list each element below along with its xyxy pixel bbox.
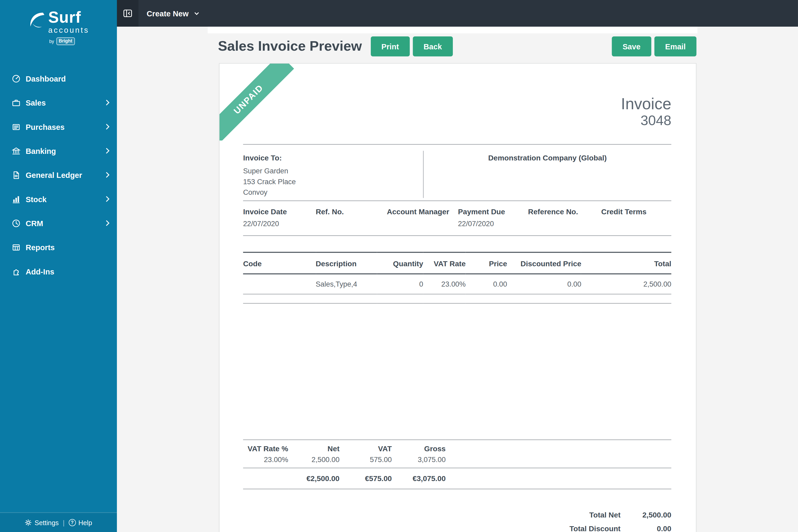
settings-link[interactable]: Settings [25, 519, 59, 527]
item-discounted-price-cell: 0.00 [507, 274, 581, 294]
col-header-code: Code [243, 252, 316, 274]
vat-col-net: Net [288, 440, 339, 454]
payment-due-value: 22/07/2020 [458, 220, 528, 228]
create-new-menu[interactable]: Create New [147, 9, 200, 18]
sidebar-item-add-ins[interactable]: Add-Ins [0, 260, 117, 283]
vat-totals-gross-cell: €3,075.00 [392, 468, 446, 489]
col-header-quantity: Quantity [377, 252, 423, 274]
credit-terms-value [601, 220, 671, 228]
divider [243, 144, 671, 145]
vat-col-filler [446, 440, 671, 454]
bright-brand-badge: Bright [56, 37, 75, 45]
invoice-items-table: Code Description Quantity VAT Rate Price… [243, 252, 671, 303]
company-name: Demonstration Company (Global) [423, 151, 671, 198]
chevron-right-icon [104, 195, 112, 203]
meta-header-row: Invoice Date Ref. No. Account Manager Pa… [243, 208, 671, 216]
reports-icon [11, 243, 21, 252]
chevron-right-icon [104, 219, 112, 227]
add-ins-icon [11, 267, 21, 276]
help-icon: ? [69, 519, 76, 526]
total-net-row: Total Net 2,500.00 [569, 511, 671, 525]
items-header-row: Code Description Quantity VAT Rate Price… [243, 252, 671, 274]
sidebar: Surf accounts by Bright Dashboard Sales [0, 0, 117, 532]
col-header-price: Price [466, 252, 507, 274]
purchases-icon [11, 122, 21, 132]
invoice-totals: Total Net 2,500.00 Total Discount 0.00 [569, 511, 671, 532]
sidebar-item-label: Add-Ins [25, 267, 54, 276]
vat-totals-rate-cell [243, 468, 288, 489]
meta-header: Reference No. [528, 208, 601, 216]
sidebar-item-general-ledger[interactable]: General Ledger [0, 163, 117, 187]
item-description-cell: Sales,Type,4 [316, 274, 377, 294]
sidebar-item-sales[interactable]: Sales [0, 91, 117, 115]
footer-divider: | [63, 519, 65, 527]
divider [243, 235, 671, 236]
sidebar-item-label: General Ledger [25, 171, 82, 179]
col-header-total: Total [581, 252, 671, 274]
general-ledger-icon [11, 170, 21, 180]
vat-col-vat: VAT [340, 440, 392, 454]
invoice-to-line: Convoy [243, 187, 423, 198]
gear-icon [25, 519, 32, 526]
item-quantity-cell: 0 [377, 274, 423, 294]
create-new-label: Create New [147, 9, 189, 18]
vat-rate-cell: 23.00% [243, 454, 288, 468]
sidebar-item-label: Banking [25, 147, 56, 155]
vat-col-rate: VAT Rate % [243, 440, 288, 454]
help-label: Help [78, 519, 92, 527]
email-button[interactable]: Email [654, 36, 697, 56]
sidebar-item-reports[interactable]: Reports [0, 235, 117, 260]
help-link[interactable]: ? Help [69, 519, 92, 527]
settings-label: Settings [35, 519, 59, 527]
surf-wave-icon [28, 10, 46, 31]
total-discount-row: Total Discount 0.00 [569, 525, 671, 532]
chevron-down-icon [193, 10, 200, 17]
sidebar-item-banking[interactable]: Banking [0, 139, 117, 163]
sidebar-item-label: Sales [25, 98, 46, 107]
print-button[interactable]: Print [370, 36, 410, 56]
invoice-doc-title: Invoice [621, 95, 671, 113]
unpaid-ribbon: UNPAID [220, 63, 294, 141]
item-code-cell [243, 274, 316, 294]
sidebar-item-label: CRM [25, 219, 43, 228]
meta-header: Invoice Date [243, 208, 316, 216]
panel-top-strip [208, 27, 698, 33]
sidebar-nav: Dashboard Sales Purchases Ban [0, 67, 117, 284]
sidebar-item-stock[interactable]: Stock [0, 187, 117, 211]
vat-totals-vat-cell: €575.00 [340, 468, 392, 489]
vat-totals-row: €2,500.00 €575.00 €3,075.00 [243, 468, 671, 489]
logo-byline: by Bright [49, 37, 90, 45]
logo-by-text: by [49, 39, 54, 44]
banking-icon [11, 147, 21, 156]
total-net-label: Total Net [589, 511, 621, 519]
vat-col-gross: Gross [392, 440, 446, 454]
vat-vat-cell: 575.00 [340, 454, 392, 468]
logo-title: Surf [48, 9, 90, 25]
meta-header: Credit Terms [601, 208, 671, 216]
sidebar-collapse-button[interactable] [117, 0, 138, 27]
sidebar-item-label: Stock [25, 195, 46, 204]
save-button[interactable]: Save [612, 36, 651, 56]
chevron-right-icon [104, 171, 112, 179]
sidebar-item-label: Dashboard [25, 74, 66, 83]
col-header-discounted-price: Discounted Price [507, 252, 581, 274]
back-button[interactable]: Back [413, 36, 453, 56]
ribbon-container: UNPAID [220, 63, 297, 141]
crm-icon [11, 219, 21, 228]
sidebar-item-dashboard[interactable]: Dashboard [0, 67, 117, 91]
sidebar-item-purchases[interactable]: Purchases [0, 115, 117, 139]
vat-filler-cell [446, 454, 671, 468]
meta-header: Payment Due [458, 208, 528, 216]
vat-gross-cell: 3,075.00 [392, 454, 446, 468]
topbar: Create New [117, 0, 798, 27]
meta-header: Ref. No. [316, 208, 386, 216]
chevron-right-icon [104, 122, 112, 131]
reference-no-value [528, 220, 601, 228]
item-vat-rate-cell: 23.00% [423, 274, 466, 294]
invoice-date-value: 22/07/2020 [243, 220, 316, 228]
vat-value-row: 23.00% 2,500.00 575.00 3,075.00 [243, 454, 671, 468]
app-root: Surf accounts by Bright Dashboard Sales [0, 0, 798, 532]
total-discount-value: 0.00 [621, 525, 671, 532]
invoice-to-line: Super Garden [243, 166, 423, 176]
sidebar-item-crm[interactable]: CRM [0, 211, 117, 235]
